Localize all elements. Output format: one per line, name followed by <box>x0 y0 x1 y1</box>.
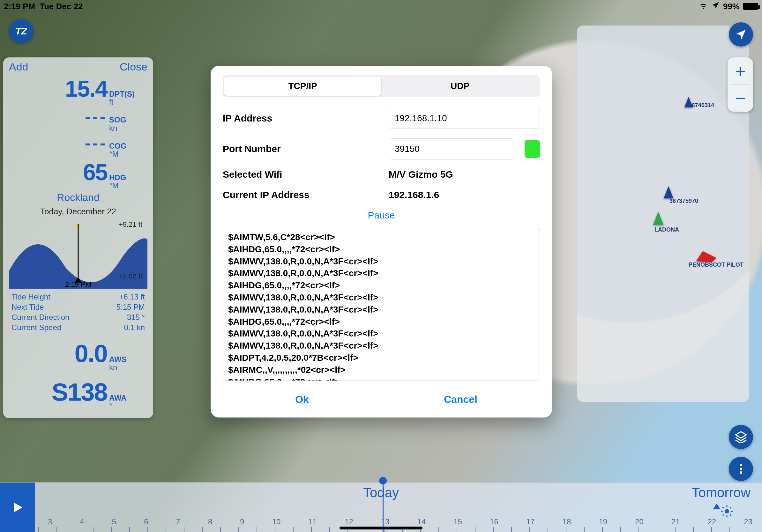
reading-value: --- <box>85 107 107 126</box>
wifi-icon <box>699 1 708 12</box>
home-indicator[interactable] <box>340 527 422 529</box>
selected-wifi-label: Selected Wifi <box>223 169 389 180</box>
ais-label: PENOBSCOT PILOT <box>689 262 743 268</box>
timeline-hour: 20 <box>635 517 644 526</box>
timeline-hour: 9 <box>240 517 244 526</box>
status-bar: 2:19 PM Tue Dec 22 99% <box>0 0 762 13</box>
svg-point-2 <box>740 471 742 474</box>
info-tide-height: Tide Height+6.13 ft <box>9 292 147 302</box>
current-ip-value: 192.168.1.6 <box>389 189 439 200</box>
info-next-tide: Next Tide5:15 PM <box>9 302 147 312</box>
nmea-line: $AIHDG,65.0,,,,*72<cr><lf> <box>228 376 534 381</box>
nmea-line: $AIMWV,138.0,R,0.0,N,A*3F<cr><lf> <box>228 267 534 279</box>
svg-line-10 <box>723 514 724 515</box>
reading-cog: --- COG°M <box>9 133 147 158</box>
nmea-line: $AIMTW,5.6,C*28<cr><lf> <box>228 231 534 243</box>
ais-label: 367375970 <box>669 198 698 204</box>
timeline-hour: 12 <box>344 517 353 526</box>
reading-hdg: 65 HDG°M <box>9 159 147 189</box>
zoom-out-button[interactable]: − <box>727 85 753 112</box>
selected-wifi-value: M/V Gizmo 5G <box>389 169 453 180</box>
timeline-hour: 18 <box>563 517 571 526</box>
tab-tcp[interactable]: TCP/IP <box>224 77 381 96</box>
ip-address-label: IP Address <box>223 113 389 124</box>
connection-status-indicator <box>525 140 540 158</box>
current-ip-label: Current IP Address <box>223 189 389 200</box>
protocol-segmented-control: TCP/IP UDP <box>223 75 540 97</box>
nmea-line: $AIHDG,65.0,,,,*72<cr><lf> <box>228 279 534 292</box>
timeline-hour: 23 <box>744 517 752 526</box>
svg-point-1 <box>740 468 742 470</box>
tide-date: Today, December 22 <box>9 207 147 217</box>
nmea-log[interactable]: $AIMTW,5.6,C*28<cr><lf>$AIHDG,65.0,,,,*7… <box>223 228 540 381</box>
add-button[interactable]: Add <box>9 61 29 73</box>
timeline-today-label: Today <box>363 485 399 500</box>
ais-label: LADONA <box>654 227 679 233</box>
timeline-hour: 14 <box>418 517 426 526</box>
svg-line-8 <box>723 507 724 508</box>
ais-label: 36740314 <box>689 102 714 109</box>
reading-value: --- <box>85 133 107 153</box>
port-number-input[interactable] <box>389 138 515 160</box>
app-logo-button[interactable]: TZ <box>9 19 33 43</box>
nmea-line: $AIMWV,138.0,R,0.0,N,A*3F<cr><lf> <box>228 303 534 316</box>
zoom-control: + − <box>727 57 753 112</box>
more-button[interactable] <box>729 457 753 481</box>
reading-sog: --- SOGkn <box>9 107 147 132</box>
timeline-hour: 5 <box>112 517 116 526</box>
reading-dpt: 15.4 DPT(S)ft <box>9 76 147 106</box>
sun-icon <box>721 505 733 519</box>
nmea-line: $AIRMC,,V,,,,,,,,,,*02<cr><lf> <box>228 364 534 376</box>
close-button[interactable]: Close <box>120 61 147 73</box>
cancel-button[interactable]: Cancel <box>381 389 540 410</box>
timeline-tomorrow-label: Tomorrow <box>692 485 750 500</box>
nmea-line: $AIDPT,4.2,0.5,20.0*7B<cr><lf> <box>228 352 534 364</box>
reading-value: 65 <box>83 159 107 185</box>
tab-udp[interactable]: UDP <box>381 77 539 96</box>
timeline-hour: 21 <box>671 517 680 526</box>
ip-address-input[interactable] <box>389 108 540 129</box>
zoom-in-button[interactable]: + <box>727 57 753 85</box>
tide-now-line <box>78 224 79 279</box>
timeline-hour: 6 <box>144 517 148 526</box>
timeline-hour: 17 <box>526 517 535 526</box>
timeline-hour: 10 <box>272 517 281 526</box>
timeline-hour: 4 <box>80 517 84 526</box>
timeline-up-icon <box>713 503 721 509</box>
nmea-line: $AIMWV,138.0,R,0.0,N,A*3F<cr><lf> <box>228 340 534 352</box>
ais-target[interactable] <box>650 211 666 228</box>
tide-graph: +9.21 ft +1.02 ft 2:19 PM <box>9 219 147 289</box>
reading-value: 15.4 <box>65 76 107 102</box>
timeline-hour: 11 <box>308 517 317 526</box>
reading-aws: 0.0 AWSkn <box>9 339 147 371</box>
info-current-dir: Current Direction315 ° <box>9 312 147 322</box>
connection-settings-modal: TCP/IP UDP IP Address Port Number Select… <box>211 66 552 418</box>
app-logo-text: TZ <box>15 26 27 37</box>
navdata-panel: Add Close 15.4 DPT(S)ft --- SOGkn --- CO… <box>3 57 153 418</box>
nmea-line: $AIHDG,65.0,,,,*72<cr><lf> <box>228 243 534 255</box>
nmea-line: $AIHDG,65.0,,,,*72<cr><lf> <box>228 316 534 328</box>
timeline-hour: 15 <box>453 517 462 526</box>
timeline-hours: 34567891011121314151617181920212223 <box>38 517 762 526</box>
tide-max: +9.21 ft <box>119 220 142 229</box>
nmea-line: $AIMWV,138.0,R,0.0,N,A*3F<cr><lf> <box>228 292 534 303</box>
info-current-speed: Current Speed0.1 kn <box>9 322 147 333</box>
nmea-line: $AIMWV,138.0,R,0.0,N,A*3F<cr><lf> <box>228 255 534 268</box>
center-on-boat-button[interactable] <box>729 22 753 46</box>
timeline-hour: 13 <box>381 517 390 526</box>
layers-button[interactable] <box>729 425 753 449</box>
timeline-hour: 3 <box>48 517 52 526</box>
svg-line-11 <box>730 507 731 508</box>
nmea-line: $AIMWV,138.0,R,0.0,N,A*3F<cr><lf> <box>228 328 534 340</box>
pause-button[interactable]: Pause <box>223 210 540 221</box>
reading-awa: S138 AWA° <box>9 378 147 410</box>
status-date: Tue Dec 22 <box>39 2 83 12</box>
svg-point-0 <box>740 464 742 466</box>
svg-point-3 <box>725 509 729 513</box>
tide-now-time: 2:19 PM <box>65 280 91 289</box>
play-button[interactable] <box>0 483 35 532</box>
timeline-hour: 8 <box>208 517 212 526</box>
ok-button[interactable]: Ok <box>223 389 381 410</box>
timeline-hour: 22 <box>708 517 717 526</box>
timeline[interactable]: Today Tomorrow 3456789101112131415161718… <box>0 482 762 532</box>
